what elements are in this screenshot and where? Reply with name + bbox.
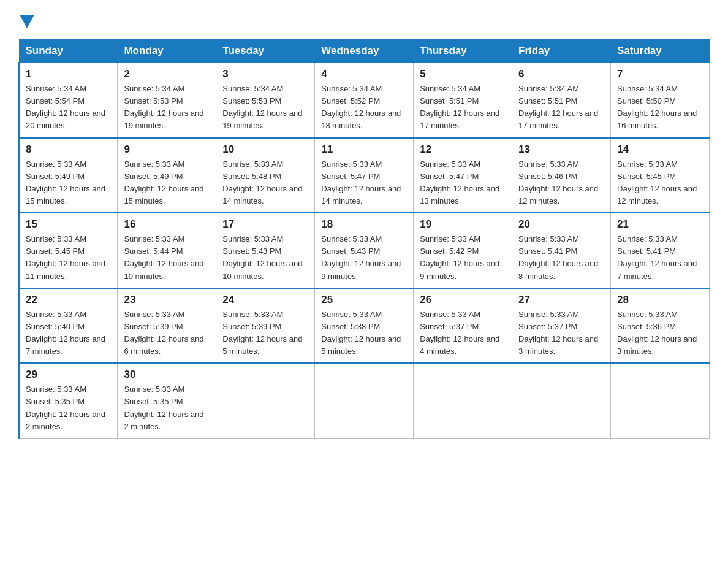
calendar-cell: 18Sunrise: 5:33 AM Sunset: 5:43 PM Dayli…	[315, 213, 414, 288]
calendar-cell: 7Sunrise: 5:34 AM Sunset: 5:50 PM Daylig…	[611, 63, 710, 138]
day-number: 5	[420, 68, 506, 80]
calendar-cell: 28Sunrise: 5:33 AM Sunset: 5:36 PM Dayli…	[611, 288, 710, 364]
day-number: 26	[420, 294, 506, 306]
day-info: Sunrise: 5:33 AM Sunset: 5:43 PM Dayligh…	[222, 233, 308, 283]
day-info: Sunrise: 5:33 AM Sunset: 5:36 PM Dayligh…	[617, 308, 703, 358]
calendar-cell: 22Sunrise: 5:33 AM Sunset: 5:40 PM Dayli…	[19, 288, 118, 364]
calendar-cell: 19Sunrise: 5:33 AM Sunset: 5:42 PM Dayli…	[414, 213, 512, 288]
day-number: 24	[222, 294, 308, 306]
day-number: 18	[321, 218, 407, 231]
day-info: Sunrise: 5:33 AM Sunset: 5:35 PM Dayligh…	[124, 383, 210, 433]
day-number: 12	[420, 144, 506, 156]
calendar-cell: 23Sunrise: 5:33 AM Sunset: 5:39 PM Dayli…	[118, 288, 216, 364]
calendar-cell: 5Sunrise: 5:34 AM Sunset: 5:51 PM Daylig…	[414, 63, 512, 138]
calendar-cell: 12Sunrise: 5:33 AM Sunset: 5:47 PM Dayli…	[414, 138, 512, 213]
day-info: Sunrise: 5:33 AM Sunset: 5:37 PM Dayligh…	[420, 308, 506, 358]
day-number: 22	[26, 294, 111, 306]
day-info: Sunrise: 5:33 AM Sunset: 5:47 PM Dayligh…	[321, 158, 407, 208]
day-info: Sunrise: 5:34 AM Sunset: 5:52 PM Dayligh…	[321, 83, 407, 132]
calendar-cell: 11Sunrise: 5:33 AM Sunset: 5:47 PM Dayli…	[315, 138, 414, 213]
day-number: 10	[222, 144, 308, 156]
calendar-table: SundayMondayTuesdayWednesdayThursdayFrid…	[18, 39, 710, 439]
week-row: 8Sunrise: 5:33 AM Sunset: 5:49 PM Daylig…	[19, 138, 710, 213]
day-info: Sunrise: 5:34 AM Sunset: 5:51 PM Dayligh…	[420, 83, 506, 132]
day-info: Sunrise: 5:33 AM Sunset: 5:39 PM Dayligh…	[222, 308, 308, 358]
day-info: Sunrise: 5:33 AM Sunset: 5:40 PM Dayligh…	[26, 308, 111, 358]
day-info: Sunrise: 5:33 AM Sunset: 5:39 PM Dayligh…	[124, 308, 210, 358]
day-number: 14	[617, 144, 703, 156]
calendar-cell: 14Sunrise: 5:33 AM Sunset: 5:45 PM Dayli…	[611, 138, 710, 213]
day-number: 28	[617, 294, 703, 306]
day-info: Sunrise: 5:34 AM Sunset: 5:53 PM Dayligh…	[124, 83, 210, 132]
day-of-week-header: Sunday	[19, 40, 118, 63]
day-number: 16	[124, 218, 210, 231]
calendar-cell	[512, 363, 611, 438]
day-of-week-header: Tuesday	[216, 40, 315, 63]
calendar-cell: 13Sunrise: 5:33 AM Sunset: 5:46 PM Dayli…	[512, 138, 611, 213]
calendar-cell: 3Sunrise: 5:34 AM Sunset: 5:53 PM Daylig…	[216, 63, 315, 138]
calendar-cell	[216, 363, 315, 438]
day-number: 25	[321, 294, 407, 306]
week-row: 22Sunrise: 5:33 AM Sunset: 5:40 PM Dayli…	[19, 288, 710, 364]
day-info: Sunrise: 5:33 AM Sunset: 5:47 PM Dayligh…	[420, 158, 506, 208]
day-number: 19	[420, 218, 506, 231]
day-number: 8	[26, 144, 111, 156]
calendar-cell: 10Sunrise: 5:33 AM Sunset: 5:48 PM Dayli…	[216, 138, 315, 213]
calendar-cell: 17Sunrise: 5:33 AM Sunset: 5:43 PM Dayli…	[216, 213, 315, 288]
calendar-cell: 8Sunrise: 5:33 AM Sunset: 5:49 PM Daylig…	[19, 138, 118, 213]
calendar-body: 1Sunrise: 5:34 AM Sunset: 5:54 PM Daylig…	[19, 63, 710, 438]
day-number: 17	[222, 218, 308, 231]
day-number: 20	[518, 218, 604, 231]
calendar-cell: 16Sunrise: 5:33 AM Sunset: 5:44 PM Dayli…	[118, 213, 216, 288]
calendar-cell: 21Sunrise: 5:33 AM Sunset: 5:41 PM Dayli…	[611, 213, 710, 288]
calendar-cell: 27Sunrise: 5:33 AM Sunset: 5:37 PM Dayli…	[512, 288, 611, 364]
day-info: Sunrise: 5:33 AM Sunset: 5:37 PM Dayligh…	[518, 308, 604, 358]
day-of-week-header: Wednesday	[315, 40, 414, 63]
day-number: 7	[617, 68, 703, 80]
day-info: Sunrise: 5:33 AM Sunset: 5:43 PM Dayligh…	[321, 233, 407, 283]
calendar-cell: 24Sunrise: 5:33 AM Sunset: 5:39 PM Dayli…	[216, 288, 315, 364]
calendar-cell	[611, 363, 710, 438]
day-info: Sunrise: 5:33 AM Sunset: 5:45 PM Dayligh…	[26, 233, 111, 283]
day-info: Sunrise: 5:33 AM Sunset: 5:41 PM Dayligh…	[518, 233, 604, 283]
calendar-cell	[414, 363, 512, 438]
day-number: 6	[518, 68, 604, 80]
day-number: 3	[222, 68, 308, 80]
day-info: Sunrise: 5:33 AM Sunset: 5:44 PM Dayligh…	[124, 233, 210, 283]
day-info: Sunrise: 5:33 AM Sunset: 5:35 PM Dayligh…	[26, 383, 111, 433]
day-number: 15	[26, 218, 111, 231]
day-number: 13	[518, 144, 604, 156]
calendar-cell: 29Sunrise: 5:33 AM Sunset: 5:35 PM Dayli…	[19, 363, 118, 438]
day-number: 27	[518, 294, 604, 306]
calendar-header: SundayMondayTuesdayWednesdayThursdayFrid…	[19, 40, 710, 63]
day-of-week-header: Saturday	[611, 40, 710, 63]
day-info: Sunrise: 5:33 AM Sunset: 5:49 PM Dayligh…	[26, 158, 111, 208]
week-row: 1Sunrise: 5:34 AM Sunset: 5:54 PM Daylig…	[19, 63, 710, 138]
calendar-cell: 20Sunrise: 5:33 AM Sunset: 5:41 PM Dayli…	[512, 213, 611, 288]
day-number: 23	[124, 294, 210, 306]
day-info: Sunrise: 5:33 AM Sunset: 5:46 PM Dayligh…	[518, 158, 604, 208]
day-number: 21	[617, 218, 703, 231]
logo	[18, 12, 34, 28]
calendar-cell: 1Sunrise: 5:34 AM Sunset: 5:54 PM Daylig…	[19, 63, 118, 138]
week-row: 29Sunrise: 5:33 AM Sunset: 5:35 PM Dayli…	[19, 363, 710, 438]
calendar-cell: 4Sunrise: 5:34 AM Sunset: 5:52 PM Daylig…	[315, 63, 414, 138]
day-info: Sunrise: 5:33 AM Sunset: 5:38 PM Dayligh…	[321, 308, 407, 358]
day-info: Sunrise: 5:33 AM Sunset: 5:42 PM Dayligh…	[420, 233, 506, 283]
calendar-cell: 25Sunrise: 5:33 AM Sunset: 5:38 PM Dayli…	[315, 288, 414, 364]
week-row: 15Sunrise: 5:33 AM Sunset: 5:45 PM Dayli…	[19, 213, 710, 288]
day-of-week-header: Friday	[512, 40, 611, 63]
day-number: 4	[321, 68, 407, 80]
day-info: Sunrise: 5:33 AM Sunset: 5:41 PM Dayligh…	[617, 233, 703, 283]
day-info: Sunrise: 5:33 AM Sunset: 5:48 PM Dayligh…	[222, 158, 308, 208]
day-of-week-header: Monday	[118, 40, 216, 63]
day-number: 29	[26, 369, 111, 381]
calendar-cell: 26Sunrise: 5:33 AM Sunset: 5:37 PM Dayli…	[414, 288, 512, 364]
day-number: 1	[26, 68, 111, 80]
day-number: 30	[124, 369, 210, 381]
header-row: SundayMondayTuesdayWednesdayThursdayFrid…	[19, 40, 710, 63]
day-info: Sunrise: 5:34 AM Sunset: 5:54 PM Dayligh…	[26, 83, 111, 132]
day-number: 11	[321, 144, 407, 156]
day-info: Sunrise: 5:34 AM Sunset: 5:50 PM Dayligh…	[617, 83, 703, 132]
calendar-cell: 9Sunrise: 5:33 AM Sunset: 5:49 PM Daylig…	[118, 138, 216, 213]
